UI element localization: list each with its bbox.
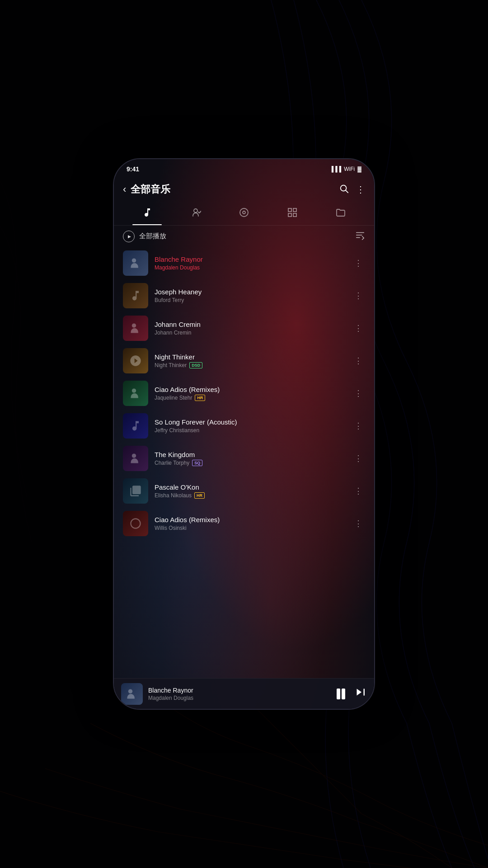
back-button[interactable]: ‹: [123, 184, 126, 195]
quality-badge: HR: [194, 492, 205, 499]
song-item[interactable]: So Long Forever (Acoustic) Jeffry Christ…: [114, 410, 374, 442]
play-all-label: 全部播放: [139, 232, 166, 241]
svg-point-16: [132, 454, 136, 458]
song-more-button[interactable]: ⋮: [352, 484, 365, 498]
svg-rect-8: [288, 213, 291, 217]
header-actions: ⋮: [339, 184, 365, 196]
svg-rect-6: [288, 208, 291, 212]
folders-tab-icon: [335, 207, 346, 221]
song-more-button[interactable]: ⋮: [352, 419, 365, 433]
song-title: Pascale O'Kon: [155, 483, 345, 491]
albums-tab-icon: [239, 207, 249, 221]
song-artist: Buford Terry: [155, 297, 184, 303]
svg-point-15: [132, 389, 136, 393]
song-subtitle: Jaqueline Stehr HR: [155, 395, 345, 401]
song-thumbnail: [123, 478, 148, 504]
song-more-button[interactable]: ⋮: [352, 387, 365, 400]
battery-icon: ▓: [357, 166, 361, 172]
song-artist: Johann Cremin: [155, 330, 191, 336]
song-info: Ciao Adios (Remixes) Jaqueline Stehr HR: [155, 386, 345, 401]
song-artist: Willis Osinski: [155, 525, 187, 531]
song-more-button[interactable]: ⋮: [352, 517, 365, 530]
song-info: Blanche Raynor Magdalen Douglas: [155, 255, 345, 271]
tab-artists[interactable]: [171, 203, 220, 225]
signal-icon: ▐▐▐: [330, 166, 342, 172]
quality-badge: HR: [195, 395, 205, 401]
song-item[interactable]: Pascale O'Kon Elisha Nikolaus HR ⋮: [114, 475, 374, 507]
song-subtitle: Buford Terry: [155, 297, 345, 303]
song-info: Johann Cremin Johann Cremin: [155, 321, 345, 336]
song-more-button[interactable]: ⋮: [352, 452, 365, 465]
tab-folders[interactable]: [317, 203, 365, 225]
song-thumbnail: [123, 381, 148, 406]
song-artist: Night Thinker: [155, 362, 187, 368]
tab-albums[interactable]: [220, 203, 268, 225]
song-item[interactable]: Night Thinker Night Thinker DSD ⋮: [114, 344, 374, 377]
song-thumbnail: [123, 283, 148, 308]
wifi-icon: WiFi: [344, 166, 355, 172]
song-more-button[interactable]: ⋮: [352, 289, 365, 302]
song-info: The Kingdom Charlie Torphy SQ: [155, 451, 345, 466]
more-menu-icon[interactable]: ⋮: [356, 184, 365, 195]
status-icons: ▐▐▐ WiFi ▓: [330, 166, 361, 172]
song-item[interactable]: The Kingdom Charlie Torphy SQ ⋮: [114, 442, 374, 475]
song-info: So Long Forever (Acoustic) Jeffry Christ…: [155, 418, 345, 434]
tab-songs[interactable]: [123, 203, 171, 225]
song-thumbnail: [123, 250, 148, 276]
song-title: Ciao Adios (Remixes): [155, 386, 345, 393]
song-thumbnail: [123, 413, 148, 439]
pause-button[interactable]: [337, 689, 345, 699]
song-more-button[interactable]: ⋮: [352, 256, 365, 270]
song-item[interactable]: Ciao Adios (Remixes) Willis Osinski ⋮: [114, 507, 374, 540]
song-subtitle: Magdalen Douglas: [155, 264, 345, 271]
play-all-button[interactable]: [123, 231, 135, 242]
song-item[interactable]: Joseph Heaney Buford Terry ⋮: [114, 279, 374, 312]
grid-tab-icon: [287, 207, 298, 221]
song-artist: Jeffry Christiansen: [155, 427, 199, 434]
song-info: Ciao Adios (Remixes) Willis Osinski: [155, 516, 345, 531]
page-title: 全部音乐: [131, 183, 339, 196]
song-artist: Jaqueline Stehr: [155, 395, 192, 401]
tab-bar: [114, 202, 374, 226]
phone-container: 9:41 ▐▐▐ WiFi ▓ ‹ 全部音乐 ⋮: [113, 158, 375, 710]
search-icon[interactable]: [339, 184, 349, 196]
song-subtitle: Elisha Nikolaus HR: [155, 492, 345, 499]
song-subtitle: Charlie Torphy SQ: [155, 460, 345, 466]
song-more-button[interactable]: ⋮: [352, 321, 365, 335]
song-title: Joseph Heaney: [155, 288, 345, 296]
svg-line-2: [346, 190, 348, 193]
song-thumbnail: [123, 316, 148, 341]
song-title: Ciao Adios (Remixes): [155, 516, 345, 524]
play-all-left: 全部播放: [123, 231, 166, 242]
song-more-button[interactable]: ⋮: [352, 354, 365, 368]
song-thumbnail: [123, 446, 148, 471]
song-item[interactable]: Johann Cremin Johann Cremin ⋮: [114, 312, 374, 344]
song-title: Night Thinker: [155, 353, 345, 361]
status-bar: 9:41 ▐▐▐ WiFi ▓: [114, 159, 374, 179]
song-title: So Long Forever (Acoustic): [155, 418, 345, 426]
svg-point-4: [240, 208, 248, 217]
header: ‹ 全部音乐 ⋮: [114, 179, 374, 202]
skip-button[interactable]: [353, 685, 367, 702]
song-info: Night Thinker Night Thinker DSD: [155, 353, 345, 368]
sort-icon[interactable]: [355, 230, 365, 242]
now-playing-controls: [337, 685, 367, 702]
phone-content: 9:41 ▐▐▐ WiFi ▓ ‹ 全部音乐 ⋮: [114, 159, 374, 709]
quality-badge: SQ: [192, 460, 202, 466]
svg-point-17: [128, 689, 132, 693]
song-title: Johann Cremin: [155, 321, 345, 328]
song-title: The Kingdom: [155, 451, 345, 458]
song-artist: Magdalen Douglas: [155, 264, 200, 271]
artists-tab-icon: [190, 207, 201, 221]
song-item[interactable]: Ciao Adios (Remixes) Jaqueline Stehr HR …: [114, 377, 374, 410]
song-subtitle: Johann Cremin: [155, 330, 345, 336]
now-playing-bar[interactable]: Blanche Raynor Magdalen Douglas: [114, 678, 374, 709]
svg-point-3: [194, 209, 197, 212]
song-title: Blanche Raynor: [155, 255, 345, 263]
song-thumbnail: [123, 348, 148, 373]
song-item[interactable]: Blanche Raynor Magdalen Douglas ⋮: [114, 247, 374, 279]
svg-point-14: [132, 324, 136, 328]
svg-rect-7: [293, 208, 296, 212]
song-info: Joseph Heaney Buford Terry: [155, 288, 345, 303]
tab-grid[interactable]: [268, 203, 317, 225]
